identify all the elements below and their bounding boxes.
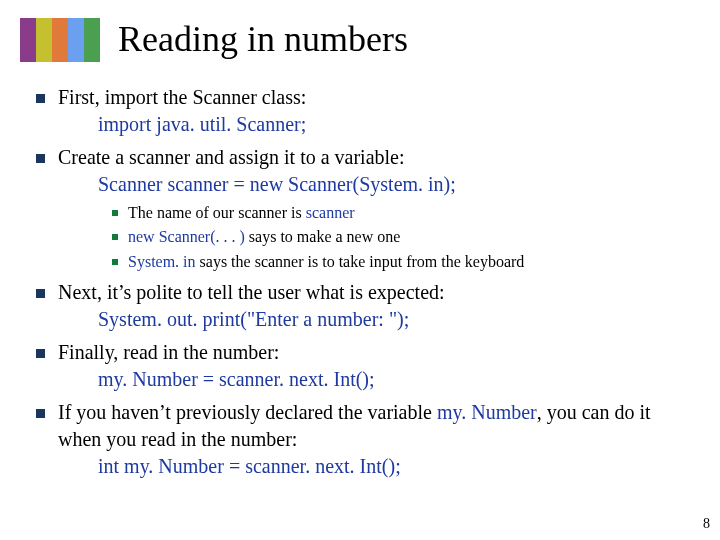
code-line: Scanner scanner = new Scanner(System. in… [98, 171, 690, 198]
list-item: Next, it’s polite to tell the user what … [58, 279, 690, 333]
code-line: System. out. print("Enter a number: "); [98, 306, 690, 333]
inline-code: my. Number [437, 401, 537, 423]
list-item: new Scanner(. . . ) says to make a new o… [128, 226, 690, 248]
bullet-text: If you haven’t previously declared the v… [58, 401, 437, 423]
slide: Reading in numbers First, import the Sca… [0, 0, 720, 540]
bullet-text: Next, it’s polite to tell the user what … [58, 281, 445, 303]
sub-text: says the scanner is to take input from t… [196, 253, 525, 270]
code-line: int my. Number = scanner. next. Int(); [98, 453, 690, 480]
inline-code: new Scanner(. . . ) [128, 228, 245, 245]
title-row: Reading in numbers [20, 18, 690, 62]
sub-text: says to make a new one [245, 228, 401, 245]
list-item: Finally, read in the number: my. Number … [58, 339, 690, 393]
color-bar-icon [20, 18, 100, 62]
bar-segment [20, 18, 36, 62]
code-line: my. Number = scanner. next. Int(); [98, 366, 690, 393]
inline-code: scanner [306, 204, 355, 221]
sub-text: The name of our scanner is [128, 204, 306, 221]
bar-segment [68, 18, 84, 62]
page-number: 8 [703, 516, 710, 532]
inline-code: System. in [128, 253, 196, 270]
bar-segment [52, 18, 68, 62]
list-item: System. in says the scanner is to take i… [128, 251, 690, 273]
bullet-text: Finally, read in the number: [58, 341, 279, 363]
list-item: If you haven’t previously declared the v… [58, 399, 690, 480]
bullet-text: Create a scanner and assign it to a vari… [58, 146, 405, 168]
page-title: Reading in numbers [118, 20, 408, 62]
bar-segment [36, 18, 52, 62]
bar-segment [84, 18, 100, 62]
code-line: import java. util. Scanner; [98, 111, 690, 138]
body-text: First, import the Scanner class: import … [30, 84, 690, 480]
bullet-text: First, import the Scanner class: [58, 86, 306, 108]
list-item: Create a scanner and assign it to a vari… [58, 144, 690, 273]
list-item: First, import the Scanner class: import … [58, 84, 690, 138]
list-item: The name of our scanner is scanner [128, 202, 690, 224]
